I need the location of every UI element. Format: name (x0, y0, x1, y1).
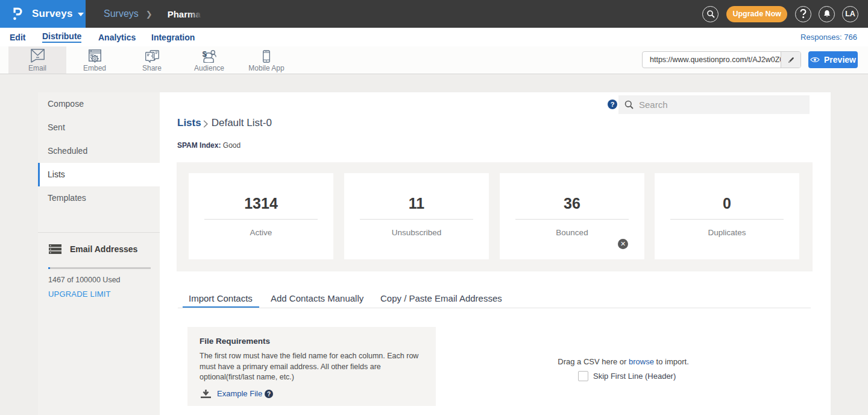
svg-text:?: ? (267, 390, 271, 397)
svg-text:$: $ (203, 49, 207, 59)
svg-text:?: ? (611, 101, 615, 108)
